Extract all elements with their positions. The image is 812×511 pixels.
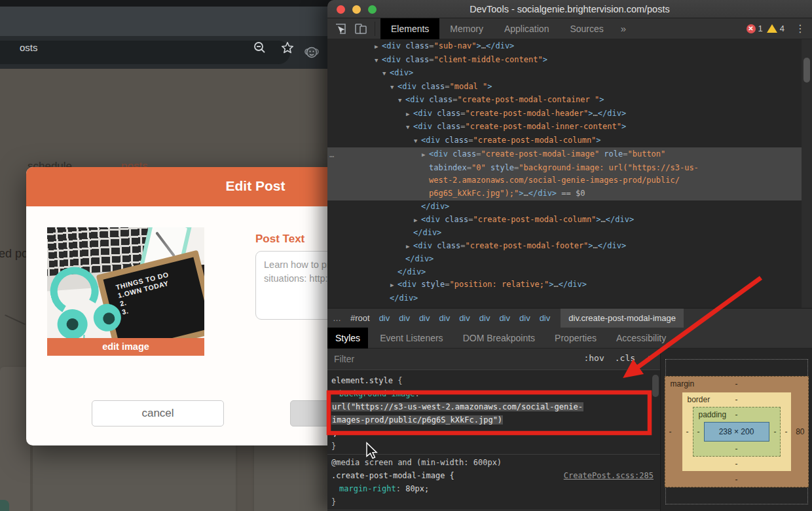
dom-node[interactable]: </div> xyxy=(327,200,802,214)
dom-node[interactable]: ▶<div style="position: relative;">…</div… xyxy=(327,278,802,292)
devtools-toolbar: ElementsMemoryApplicationSources » ✕ 1 4… xyxy=(327,18,812,39)
post-image-block[interactable]: THINGS TO DO 1.OWN TODAY 2. 3. edit imag… xyxy=(47,227,204,356)
rule-selector[interactable]: .create-post-modal-image { xyxy=(331,469,454,482)
styles-filter-row: Filter :hov .cls + xyxy=(327,349,660,370)
dom-node-selected[interactable]: …▶<div class="create-post-modal-image" r… xyxy=(327,147,802,200)
modal-title: Edit Post xyxy=(26,178,331,194)
error-count: 1 xyxy=(758,24,763,33)
dom-node[interactable]: </div> xyxy=(327,227,802,240)
address-pill[interactable] xyxy=(0,41,290,64)
elements-scrollbar[interactable] xyxy=(802,39,812,308)
rule-close-brace: } xyxy=(327,495,660,508)
breadcrumb-item[interactable]: div xyxy=(499,313,510,323)
dom-node[interactable]: ▶<div class="create-post-modal-header">…… xyxy=(327,107,802,121)
breadcrumb-item[interactable]: div xyxy=(459,313,470,323)
css-property-value-line[interactable]: url("https://s3-us-west-2.amazonaws.com/… xyxy=(327,400,660,413)
toolbar-divider xyxy=(375,22,375,36)
box-model-padding: padding - - - - 238 × 200 xyxy=(693,407,781,457)
stylesheet-source-link[interactable]: CreatePost.scss:285 xyxy=(564,469,654,482)
dom-node[interactable]: </div> xyxy=(327,266,802,279)
breadcrumb-item[interactable]: div xyxy=(419,313,430,323)
warning-icon xyxy=(767,24,777,33)
post-text-line: situations: http:/ xyxy=(264,272,331,286)
sidebar-tab-dom-breakpoints[interactable]: DOM Breakpoints xyxy=(455,328,543,349)
box-model-border: border - - - - padding - - - - 238 × 200 xyxy=(682,392,791,471)
rule-element-style: element.style { background-image: url("h… xyxy=(327,374,660,453)
styles-scrollbar-thumb[interactable] xyxy=(652,375,659,397)
breadcrumb-item[interactable]: #root xyxy=(350,313,370,323)
post-text-label: Post Text xyxy=(255,233,304,246)
save-button-partial[interactable] xyxy=(290,400,331,426)
dom-node[interactable]: ▼<div class="modal "> xyxy=(327,81,802,94)
css-semicolon: ; xyxy=(327,426,660,440)
device-toolbar-icon[interactable] xyxy=(354,22,368,35)
css-property-value-line[interactable]: images-prod/public/p6g6S_kXkFc.jpg") xyxy=(327,413,660,426)
new-style-rule-button[interactable]: + xyxy=(646,353,652,365)
page-heading-fragment: ed po xyxy=(0,247,28,261)
devtools-tab-memory[interactable]: Memory xyxy=(439,18,494,39)
node-options-dots[interactable]: … xyxy=(329,149,333,162)
box-model-position: margin - - - 80 border - - - - padding - xyxy=(665,359,808,504)
more-tabs-chevron[interactable]: » xyxy=(614,23,633,34)
dom-node[interactable]: ▼<div class="create-post-modal-column"> xyxy=(327,134,802,148)
devtools-titlebar: DevTools - socialgenie.brightervision.co… xyxy=(327,0,812,18)
rule-selector[interactable]: element.style xyxy=(331,376,393,385)
elements-dom-tree[interactable]: ▶<div class="sub-nav">…</div>▼<div class… xyxy=(327,40,802,308)
url-text[interactable]: osts xyxy=(20,42,38,53)
browser-window: osts schedule posts ed po + add to campa… xyxy=(0,0,331,511)
elements-scrollbar-thumb[interactable] xyxy=(803,58,810,83)
teal-button-fragment[interactable] xyxy=(0,500,9,511)
error-icon: ✕ xyxy=(747,24,756,33)
sidebar-tab-properties[interactable]: Properties xyxy=(547,328,604,349)
devtools-tab-sources[interactable]: Sources xyxy=(559,18,614,39)
breadcrumb-item[interactable]: div xyxy=(399,313,410,323)
extension-monkey-icon[interactable] xyxy=(303,43,321,64)
devtools-menu-icon[interactable]: ⋮ xyxy=(795,22,805,35)
breadcrumb-item[interactable]: div xyxy=(439,313,451,323)
post-photo[interactable]: THINGS TO DO 1.OWN TODAY 2. 3. xyxy=(47,227,204,338)
breadcrumb-item[interactable]: … xyxy=(333,313,341,323)
dom-node[interactable]: ▶<div class="create-post-modal-footer">…… xyxy=(327,240,802,254)
css-declaration[interactable]: margin-right: 80px; xyxy=(327,482,660,495)
dom-node[interactable]: ▼<div> xyxy=(327,67,802,81)
dom-breadcrumb-bar: …#rootdivdivdivdivdivdivdivdivdivdiv.cre… xyxy=(327,308,812,328)
zoom-out-icon[interactable] xyxy=(253,41,267,58)
devtools-window: DevTools - socialgenie.brightervision.co… xyxy=(327,0,812,511)
post-text-input[interactable]: Learn how to pre situations: http:/ xyxy=(255,251,331,320)
window-top-strip xyxy=(0,0,331,7)
class-toggle[interactable]: .cls xyxy=(615,353,635,365)
css-property-name[interactable]: background-image xyxy=(339,389,415,398)
sidebar-tab-styles[interactable]: Styles xyxy=(327,328,368,349)
dom-node[interactable]: </div> xyxy=(327,253,802,266)
devtools-tab-application[interactable]: Application xyxy=(494,18,560,39)
dom-node[interactable]: ▶<div class="sub-nav">…</div> xyxy=(327,40,802,54)
filter-input[interactable]: Filter xyxy=(334,354,354,364)
error-badge[interactable]: ✕ 1 xyxy=(747,24,763,33)
dom-node[interactable]: ▶<div class="create-post-modal-column">…… xyxy=(327,214,802,227)
breadcrumb-item[interactable]: div xyxy=(479,313,490,323)
sidebar-tab-event-listeners[interactable]: Event Listeners xyxy=(372,328,451,349)
dom-node[interactable]: </div> xyxy=(327,292,802,305)
breadcrumb-item[interactable]: div xyxy=(519,313,530,323)
dom-node[interactable]: ▼<div class="create-post-modal-inner-con… xyxy=(327,121,802,134)
sidebar-tab-accessibility[interactable]: Accessibility xyxy=(608,328,674,349)
inspect-element-icon[interactable] xyxy=(334,22,347,35)
devtools-tab-elements[interactable]: Elements xyxy=(380,18,439,39)
breadcrumb-item-active[interactable]: div.create-post-modal-image xyxy=(561,309,684,328)
rule-media-query: @media screen and (min-width: 600px) .cr… xyxy=(327,454,660,508)
cancel-button[interactable]: cancel xyxy=(92,400,224,426)
warning-badge[interactable]: 4 xyxy=(767,24,784,33)
devtools-tab-bar: ElementsMemoryApplicationSources xyxy=(380,18,614,39)
post-text-line: Learn how to pre xyxy=(264,258,331,272)
hover-state-toggle[interactable]: :hov xyxy=(583,353,604,365)
breadcrumb-item[interactable]: div xyxy=(540,313,551,323)
dom-node[interactable]: ▼<div class="create-post-modal-container… xyxy=(327,94,802,107)
dom-node[interactable]: ▼<div class="client-middle-content"> xyxy=(327,54,802,67)
box-model-pane: margin - - - 80 border - - - - padding - xyxy=(660,349,812,511)
browser-address-bar: osts xyxy=(0,36,331,69)
edit-image-button[interactable]: edit image xyxy=(47,338,204,356)
bookmark-star-icon[interactable] xyxy=(280,41,295,58)
browser-tab-strip xyxy=(0,7,331,36)
breadcrumb-item[interactable]: div xyxy=(379,313,390,323)
media-query-text[interactable]: @media screen and (min-width: 600px) xyxy=(327,456,660,469)
